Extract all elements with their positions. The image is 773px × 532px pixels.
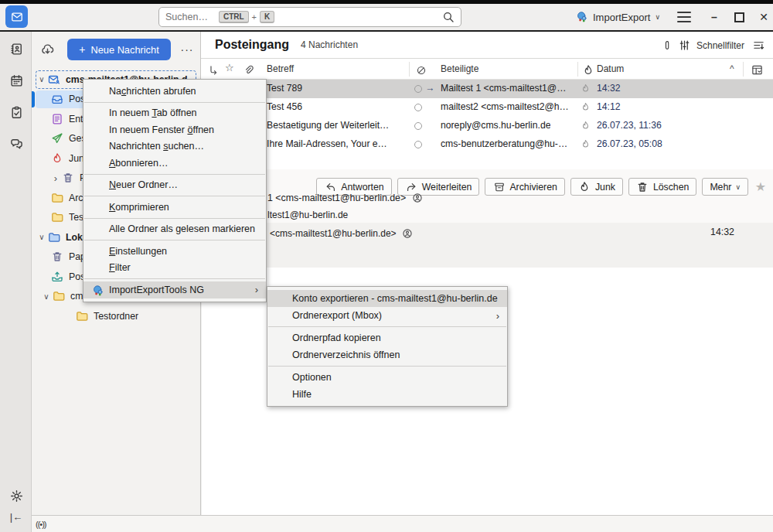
k-keychip: K [260,11,274,23]
submenu-item-hilfe[interactable]: Hilfe [267,386,507,403]
recipient-line-fragment: <cms-mailtest1@hu-berlin.de> [270,227,414,240]
spam-column-icon[interactable] [414,63,427,77]
space-button-chat[interactable] [8,135,25,152]
settings-button[interactable] [8,487,25,504]
menu-item-filter[interactable]: Filter [83,260,266,277]
importexport-submenu: Konto exportieren - cms-mailtest1@hu-ber… [267,286,508,407]
submenu-item-ordnerverzeichnis-öffnen[interactable]: Ordnerverzeichnis öffnen [267,346,507,363]
quickfilter-pin-icon[interactable] [661,32,674,59]
folder-pane-options-button[interactable]: ··· [179,41,196,58]
display-options-icon[interactable] [752,32,765,59]
chevron-down-icon[interactable]: ∨ [41,292,52,301]
new-message-button[interactable]: + Neue Nachricht [67,39,171,60]
junk-toggle-icon[interactable] [581,102,591,112]
menu-item-nachrichten-abrufen[interactable]: Nachrichten abrufen [83,83,266,100]
message-row[interactable]: Ihre Mail-Adressen, Your e…cms-benutzerb… [201,135,773,154]
spam-status-icon[interactable] [414,85,422,93]
minimize-button[interactable]: – [705,9,724,26]
menu-item-label: Einstellungen [109,246,167,257]
search-icon [441,11,455,24]
star-column-icon[interactable]: ☆ [225,62,234,73]
menu-item-alle-ordner-als-gelesen-markieren[interactable]: Alle Ordner als gelesen markieren [83,221,266,238]
message-row[interactable]: Test 789→Mailtest 1 <cms-mailtest1@…14:3… [201,80,773,98]
junk-toggle-icon[interactable] [581,121,591,131]
get-messages-button[interactable] [41,43,54,56]
plus-separator: + [252,12,257,22]
message-row[interactable]: Test 456mailtest2 <cms-mailtest2@h…14:12 [201,98,773,117]
menu-separator [84,240,265,240]
menu-item-label: In neuem Tab öffnen [109,107,197,118]
menu-item-importexporttools-ng[interactable]: ImportExportTools NG› [83,281,266,298]
mail-envelope-icon [10,10,23,23]
spam-status-icon[interactable] [414,122,422,130]
archivieren-button[interactable]: Archivieren [485,178,565,196]
folder-icon [52,290,65,303]
quickfilter-label[interactable]: Schnellfilter [696,32,744,59]
message-row[interactable]: Bestaetigung der Weiterleit…noreply@cms.… [201,117,773,135]
space-button-tasks[interactable] [8,104,25,121]
chevron-right-icon[interactable]: › [50,172,61,184]
address-book-icon [10,43,23,56]
space-button-calendar[interactable] [8,72,25,89]
column-date[interactable]: Datum [597,63,624,74]
junk-button[interactable]: Junk [570,178,623,196]
column-picker-icon[interactable] [751,63,764,77]
close-button[interactable]: ✕ [754,9,773,26]
junk-column-icon[interactable] [581,63,594,77]
quickfilter-sliders-icon[interactable] [678,32,691,59]
global-search-input[interactable]: Suchen… CTRL + K [158,7,461,27]
column-subject[interactable]: Betreff [267,63,294,74]
l-schen-button[interactable]: Löschen [628,178,697,196]
column-picker-icon [751,63,764,77]
account-mail-icon [47,73,60,86]
collapse-spaces-button[interactable]: |← [8,508,25,525]
flame-icon [581,63,594,77]
tasks-icon [10,106,23,119]
folder-row-testordner[interactable]: Testordner [32,306,201,326]
menu-separator [84,102,265,103]
menu-item-in-neuem-tab-öffnen[interactable]: In neuem Tab öffnen [83,105,266,122]
radio-tower-icon: ((•)) [36,520,46,529]
attachment-column-icon[interactable] [242,63,255,77]
menu-item-nachrichten-suchen-[interactable]: Nachrichten suchen… [83,138,266,155]
menu-item-label: Komprimieren [109,202,169,213]
submenu-item-ordnerpfad-kopieren[interactable]: Ordnerpfad kopieren [267,329,507,346]
paper-plane-icon [50,132,63,145]
app-menu-button[interactable] [677,12,691,22]
spam-status-icon[interactable] [414,141,422,148]
menu-item-in-neuem-fenster-öffnen[interactable]: In neuem Fenster öffnen [83,121,266,138]
message-list-header: Posteingang 4 Nachrichten Schnellfilter [201,32,773,59]
chevron-down-icon[interactable]: ∨ [36,233,47,241]
menu-item-komprimieren[interactable]: Komprimieren [83,199,266,216]
maximize-button[interactable] [730,9,748,26]
star-message-icon[interactable]: ★ [755,179,766,194]
trash-icon [61,172,74,185]
space-button-address-book[interactable] [8,40,25,57]
contact-circle-icon[interactable] [401,227,414,240]
folder-icon [50,211,63,224]
contact-circle-icon[interactable] [410,191,424,204]
mail-space-button[interactable] [5,5,28,28]
chevron-down-icon[interactable]: ∨ [36,75,47,84]
spam-status-icon[interactable] [414,104,422,111]
menu-item-abonnieren-[interactable]: Abonnieren… [83,155,266,172]
mehr-button[interactable]: Mehr∨ [702,178,748,196]
column-correspondents[interactable]: Beteiligte [441,63,478,74]
column-headers: ☆ Betreff Beteiligte Datum ^ [201,59,773,80]
junk-toggle-icon[interactable] [581,139,591,149]
to-line-fragment: ltest1@hu-berlin.de [267,210,348,220]
thread-column-icon[interactable] [207,63,220,77]
message-subject: Test 789 [267,83,302,94]
inbox-icon [50,93,63,106]
forwarded-icon: → [425,83,434,94]
trash-icon [636,180,649,193]
submenu-item-konto-exportieren-cms-mailtest1-hu-berli[interactable]: Konto exportieren - cms-mailtest1@hu-ber… [267,290,507,307]
junk-toggle-icon[interactable] [581,84,591,94]
submenu-item-ordnerexport-mbox-[interactable]: Ordnerexport (Mbox)› [267,307,507,324]
menu-item-neuer-ordner-[interactable]: Neuer Ordner… [83,177,266,194]
message-subject: Ihre Mail-Adressen, Your e… [267,138,387,149]
importexport-toolbar-button[interactable]: ImportExport ∨ [575,6,660,28]
menu-item-einstellungen[interactable]: Einstellungen [83,243,266,260]
submenu-item-optionen[interactable]: Optionen [267,369,507,386]
menu-separator [84,278,265,279]
